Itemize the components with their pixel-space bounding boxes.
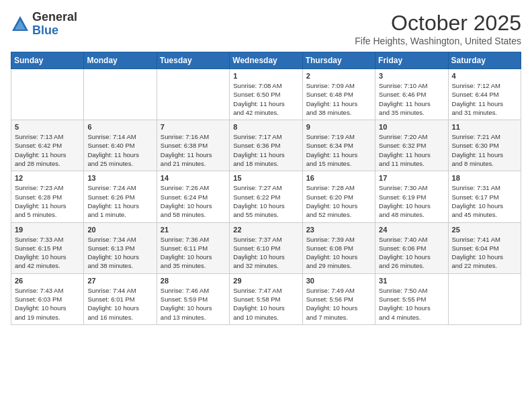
day-number: 29: [233, 277, 298, 285]
day-cell: 20Sunrise: 7:34 AM Sunset: 6:13 PM Dayli…: [84, 222, 157, 273]
day-number: 31: [379, 277, 444, 285]
day-cell: 12Sunrise: 7:23 AM Sunset: 6:28 PM Dayli…: [11, 171, 84, 222]
day-cell: 10Sunrise: 7:20 AM Sunset: 6:32 PM Dayli…: [375, 120, 448, 171]
day-detail: Sunrise: 7:47 AM Sunset: 5:58 PM Dayligh…: [233, 286, 298, 322]
day-number: 25: [452, 226, 517, 234]
day-detail: Sunrise: 7:09 AM Sunset: 6:48 PM Dayligh…: [306, 81, 371, 117]
month-title: October 2025: [355, 11, 521, 36]
day-number: 30: [306, 277, 371, 285]
day-number: 1: [233, 72, 298, 80]
weekday-header-thursday: Thursday: [302, 52, 375, 69]
title-block: October 2025 Fife Heights, Washington, U…: [355, 11, 521, 46]
day-detail: Sunrise: 7:16 AM Sunset: 6:38 PM Dayligh…: [161, 132, 226, 168]
day-cell: 8Sunrise: 7:17 AM Sunset: 6:36 PM Daylig…: [230, 120, 302, 171]
week-row-5: 26Sunrise: 7:43 AM Sunset: 6:03 PM Dayli…: [11, 273, 521, 324]
day-detail: Sunrise: 7:34 AM Sunset: 6:13 PM Dayligh…: [87, 235, 152, 271]
day-number: 23: [306, 226, 371, 234]
calendar: SundayMondayTuesdayWednesdayThursdayFrid…: [11, 52, 521, 325]
day-detail: Sunrise: 7:49 AM Sunset: 5:56 PM Dayligh…: [306, 286, 371, 322]
day-number: 8: [233, 123, 298, 131]
day-detail: Sunrise: 7:41 AM Sunset: 6:04 PM Dayligh…: [452, 235, 517, 271]
day-detail: Sunrise: 7:19 AM Sunset: 6:34 PM Dayligh…: [306, 132, 371, 168]
day-cell: 4Sunrise: 7:12 AM Sunset: 6:44 PM Daylig…: [448, 69, 521, 120]
day-detail: Sunrise: 7:31 AM Sunset: 6:17 PM Dayligh…: [452, 183, 517, 219]
logo: General Blue: [11, 11, 77, 38]
day-detail: Sunrise: 7:50 AM Sunset: 5:55 PM Dayligh…: [379, 286, 444, 322]
page-header: General Blue October 2025 Fife Heights, …: [11, 11, 521, 46]
day-number: 4: [452, 72, 517, 80]
day-detail: Sunrise: 7:12 AM Sunset: 6:44 PM Dayligh…: [452, 81, 517, 117]
weekday-header-row: SundayMondayTuesdayWednesdayThursdayFrid…: [11, 52, 521, 69]
day-cell: 31Sunrise: 7:50 AM Sunset: 5:55 PM Dayli…: [375, 273, 448, 324]
day-cell: 26Sunrise: 7:43 AM Sunset: 6:03 PM Dayli…: [11, 273, 84, 324]
day-number: 10: [379, 123, 444, 131]
logo-general: General: [32, 10, 77, 24]
day-detail: Sunrise: 7:17 AM Sunset: 6:36 PM Dayligh…: [233, 132, 298, 168]
day-number: 9: [306, 123, 371, 131]
day-number: 7: [161, 123, 226, 131]
day-cell: 15Sunrise: 7:27 AM Sunset: 6:22 PM Dayli…: [230, 171, 302, 222]
logo-icon: [11, 15, 30, 34]
day-detail: Sunrise: 7:27 AM Sunset: 6:22 PM Dayligh…: [233, 183, 298, 219]
day-cell: 16Sunrise: 7:28 AM Sunset: 6:20 PM Dayli…: [302, 171, 375, 222]
weekday-header-tuesday: Tuesday: [157, 52, 229, 69]
day-number: 14: [161, 174, 226, 182]
day-cell: 28Sunrise: 7:46 AM Sunset: 5:59 PM Dayli…: [157, 273, 229, 324]
day-cell: 18Sunrise: 7:31 AM Sunset: 6:17 PM Dayli…: [448, 171, 521, 222]
day-number: 15: [233, 174, 298, 182]
day-number: 5: [15, 123, 80, 131]
day-number: 11: [452, 123, 517, 131]
day-cell: 24Sunrise: 7:40 AM Sunset: 6:06 PM Dayli…: [375, 222, 448, 273]
day-detail: Sunrise: 7:44 AM Sunset: 6:01 PM Dayligh…: [87, 286, 152, 322]
day-number: 17: [379, 174, 444, 182]
weekday-header-wednesday: Wednesday: [230, 52, 302, 69]
day-cell: 14Sunrise: 7:26 AM Sunset: 6:24 PM Dayli…: [157, 171, 229, 222]
day-detail: Sunrise: 7:21 AM Sunset: 6:30 PM Dayligh…: [452, 132, 517, 168]
day-cell: 19Sunrise: 7:33 AM Sunset: 6:15 PM Dayli…: [11, 222, 84, 273]
day-detail: Sunrise: 7:40 AM Sunset: 6:06 PM Dayligh…: [379, 235, 444, 271]
day-number: 24: [379, 226, 444, 234]
week-row-4: 19Sunrise: 7:33 AM Sunset: 6:15 PM Dayli…: [11, 222, 521, 273]
day-number: 12: [15, 174, 80, 182]
day-cell: 29Sunrise: 7:47 AM Sunset: 5:58 PM Dayli…: [230, 273, 302, 324]
day-detail: Sunrise: 7:30 AM Sunset: 6:19 PM Dayligh…: [379, 183, 444, 219]
day-cell: 7Sunrise: 7:16 AM Sunset: 6:38 PM Daylig…: [157, 120, 229, 171]
day-cell: 5Sunrise: 7:13 AM Sunset: 6:42 PM Daylig…: [11, 120, 84, 171]
logo-blue: Blue: [32, 24, 58, 37]
day-detail: Sunrise: 7:10 AM Sunset: 6:46 PM Dayligh…: [379, 81, 444, 117]
day-detail: Sunrise: 7:13 AM Sunset: 6:42 PM Dayligh…: [15, 132, 80, 168]
day-detail: Sunrise: 7:26 AM Sunset: 6:24 PM Dayligh…: [161, 183, 226, 219]
day-number: 16: [306, 174, 371, 182]
day-detail: Sunrise: 7:37 AM Sunset: 6:10 PM Dayligh…: [233, 235, 298, 271]
logo-text: General Blue: [32, 11, 77, 38]
day-number: 18: [452, 174, 517, 182]
day-number: 28: [161, 277, 226, 285]
day-number: 6: [87, 123, 152, 131]
day-cell: 3Sunrise: 7:10 AM Sunset: 6:46 PM Daylig…: [375, 69, 448, 120]
weekday-header-sunday: Sunday: [11, 52, 84, 69]
day-number: 26: [15, 277, 80, 285]
weekday-header-monday: Monday: [84, 52, 157, 69]
week-row-2: 5Sunrise: 7:13 AM Sunset: 6:42 PM Daylig…: [11, 120, 521, 171]
day-cell: 13Sunrise: 7:24 AM Sunset: 6:26 PM Dayli…: [84, 171, 157, 222]
day-cell: [11, 69, 84, 120]
day-cell: 17Sunrise: 7:30 AM Sunset: 6:19 PM Dayli…: [375, 171, 448, 222]
location: Fife Heights, Washington, United States: [355, 36, 521, 46]
day-number: 22: [233, 226, 298, 234]
day-cell: [448, 273, 521, 324]
day-cell: 2Sunrise: 7:09 AM Sunset: 6:48 PM Daylig…: [302, 69, 375, 120]
week-row-3: 12Sunrise: 7:23 AM Sunset: 6:28 PM Dayli…: [11, 171, 521, 222]
day-cell: 30Sunrise: 7:49 AM Sunset: 5:56 PM Dayli…: [302, 273, 375, 324]
day-detail: Sunrise: 7:28 AM Sunset: 6:20 PM Dayligh…: [306, 183, 371, 219]
day-cell: 23Sunrise: 7:39 AM Sunset: 6:08 PM Dayli…: [302, 222, 375, 273]
day-number: 3: [379, 72, 444, 80]
day-number: 21: [161, 226, 226, 234]
day-number: 27: [87, 277, 152, 285]
day-number: 20: [87, 226, 152, 234]
day-number: 19: [15, 226, 80, 234]
day-cell: [84, 69, 157, 120]
day-detail: Sunrise: 7:43 AM Sunset: 6:03 PM Dayligh…: [15, 286, 80, 322]
day-cell: 27Sunrise: 7:44 AM Sunset: 6:01 PM Dayli…: [84, 273, 157, 324]
day-detail: Sunrise: 7:24 AM Sunset: 6:26 PM Dayligh…: [87, 183, 152, 219]
day-detail: Sunrise: 7:39 AM Sunset: 6:08 PM Dayligh…: [306, 235, 371, 271]
